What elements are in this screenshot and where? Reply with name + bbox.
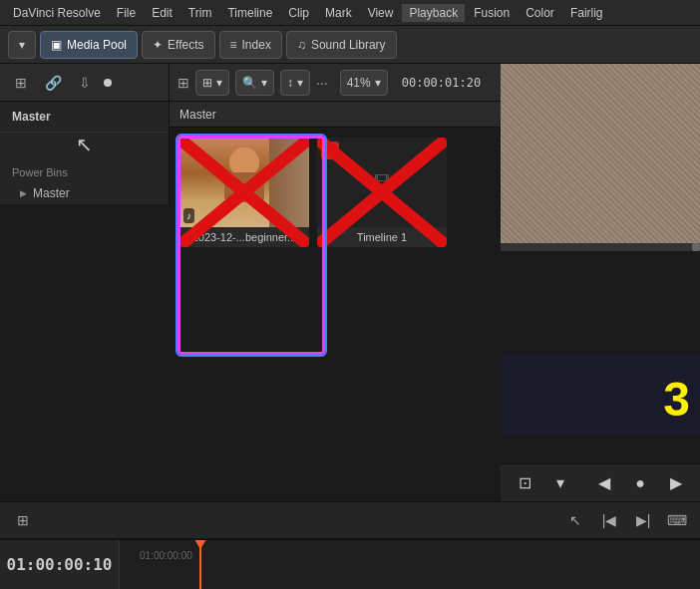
dropdown-btn[interactable]: ▾ xyxy=(8,31,36,59)
menu-fairlig[interactable]: Fairlig xyxy=(563,4,610,22)
select-tool-btn[interactable]: ↖ xyxy=(562,507,588,533)
more-btn[interactable]: ··· xyxy=(316,70,328,96)
effects-btn[interactable]: ✦ Effects xyxy=(142,31,214,59)
menu-fusion[interactable]: Fusion xyxy=(467,4,517,22)
playback-controls-icon[interactable]: ⊡ xyxy=(511,469,538,497)
clip-card-video[interactable]: ♪ 2023-12-...beginner... xyxy=(179,138,309,247)
clip-thumb-video: ♪ xyxy=(179,138,309,227)
tag-btn[interactable]: ⇩ xyxy=(72,70,98,96)
play-dropdown[interactable]: ▾ xyxy=(546,469,574,497)
menu-playback[interactable]: Playback xyxy=(402,4,465,22)
clip-thumb-timeline: ✓ 🎞 xyxy=(317,138,447,227)
left-sidebar: ⊞ 🔗 ⇩ Master ↖ Power Bins ▶ Master xyxy=(0,64,170,501)
power-bins-label: Power Bins xyxy=(0,156,169,182)
timeline-ruler[interactable]: 01:00:00:00 xyxy=(120,540,700,589)
media-grid: ♪ 2023-12-...beginner... xyxy=(170,128,501,257)
playhead[interactable] xyxy=(199,540,201,589)
menu-file[interactable]: File xyxy=(110,4,143,22)
media-grid-area[interactable]: ♪ 2023-12-...beginner... xyxy=(170,128,501,501)
menu-color[interactable]: Color xyxy=(519,4,561,22)
media-pool-icon: ▣ xyxy=(51,38,62,52)
effects-icon: ✦ xyxy=(153,38,163,52)
active-indicator xyxy=(104,79,112,87)
menu-davinci[interactable]: DaVinci Resolve xyxy=(6,4,108,22)
timeline-thumbnail: ✓ 🎞 xyxy=(317,138,447,227)
yellow-number: 3 xyxy=(663,376,690,424)
right-panel: 3 ⊡ ▾ ◀ ● ▶ xyxy=(501,64,700,501)
content-toolbar: ⊞ ⊞ ▾ 🔍 ▾ ↕ ▾ ··· 41% ▾ xyxy=(170,64,501,102)
menu-clip[interactable]: Clip xyxy=(281,4,316,22)
effects-label: Effects xyxy=(168,38,203,52)
right-bottom-content: 3 xyxy=(501,354,700,434)
search-icon: 🔍 xyxy=(242,76,257,90)
trim-start-btn[interactable]: |◀ xyxy=(596,507,622,533)
menu-trim[interactable]: Trim xyxy=(181,4,219,22)
menu-view[interactable]: View xyxy=(361,4,401,22)
right-playback-area: ⊡ ▾ ◀ ● ▶ xyxy=(501,463,700,501)
zoom-value: 41% xyxy=(347,76,371,90)
cursor-area: ↖ xyxy=(0,133,169,156)
dot-btn[interactable]: ● xyxy=(626,469,654,497)
clip-label-timeline: Timeline 1 xyxy=(317,227,447,247)
sort-icon: ↕ xyxy=(287,76,293,90)
zoom-chevron: ▾ xyxy=(375,76,381,90)
menu-bar: DaVinci Resolve File Edit Trim Timeline … xyxy=(0,0,700,26)
timeline-time-display: 01:00:00:10 xyxy=(0,540,120,589)
edit-toolbar: ⊞ ↖ |◀ ▶| ⌨ xyxy=(0,501,700,539)
sound-library-icon: ♫ xyxy=(297,38,306,52)
chevron-icon: ▶ xyxy=(20,188,27,198)
middle-row: ⊞ 🔗 ⇩ Master ↖ Power Bins ▶ Master xyxy=(0,64,700,501)
menu-mark[interactable]: Mark xyxy=(318,4,359,22)
grid-view-btn[interactable]: ⊞ xyxy=(8,70,34,96)
search-group[interactable]: 🔍 ▾ xyxy=(235,70,274,96)
sidebar-item-master[interactable]: ▶ Master xyxy=(0,182,169,204)
sidebar-panel: ⊞ 🔗 ⇩ Master ↖ Power Bins ▶ Master xyxy=(0,64,170,204)
timeline-bar: 01:00:00:10 01:00:00:00 xyxy=(0,539,700,589)
sidebar-toolbar: ⊞ 🔗 ⇩ xyxy=(0,64,169,102)
grid-chevron: ▾ xyxy=(216,76,222,90)
media-pool-btn[interactable]: ▣ Media Pool xyxy=(40,31,138,59)
clip-card-timeline[interactable]: ✓ 🎞 Timeline 1 xyxy=(317,138,447,247)
trim-end-btn[interactable]: ▶| xyxy=(630,507,656,533)
playhead-triangle xyxy=(194,540,206,549)
check-icon: ✓ xyxy=(321,142,339,159)
app-window: DaVinci Resolve File Edit Trim Timeline … xyxy=(0,0,700,589)
sound-library-label: Sound Library xyxy=(311,38,386,52)
media-pool-label: Media Pool xyxy=(67,38,127,52)
search-chevron: ▾ xyxy=(261,76,267,90)
storyboard-btn[interactable]: ⊞ xyxy=(10,507,36,533)
link-btn[interactable]: 🔗 xyxy=(40,70,66,96)
sort-group[interactable]: ↕ ▾ xyxy=(280,70,310,96)
right-scrollbar[interactable] xyxy=(501,243,700,251)
center-column: ⊞ ⊞ ▾ 🔍 ▾ ↕ ▾ ··· 41% ▾ xyxy=(170,64,501,501)
face-thumbnail xyxy=(179,138,309,227)
next-frame-btn[interactable]: ▶ xyxy=(662,469,690,497)
menu-edit[interactable]: Edit xyxy=(145,4,179,22)
prev-frame-btn[interactable]: ◀ xyxy=(590,469,618,497)
timecode-display: 00:00:01:20 xyxy=(394,76,489,90)
sound-library-btn[interactable]: ♫ Sound Library xyxy=(286,31,397,59)
master-label: Master xyxy=(33,186,70,200)
keyboard-btn[interactable]: ⌨ xyxy=(664,507,690,533)
index-icon: ≡ xyxy=(230,38,237,52)
index-label: Index xyxy=(242,38,271,52)
content-breadcrumb: Master xyxy=(179,108,216,122)
film-icon: 🎞 xyxy=(374,173,390,191)
menu-timeline[interactable]: Timeline xyxy=(220,4,279,22)
right-preview-bottom: 3 xyxy=(501,251,700,463)
grid-icon: ⊞ xyxy=(202,76,212,90)
right-preview-top xyxy=(501,64,700,243)
grid-group[interactable]: ⊞ ▾ xyxy=(195,70,229,96)
scrollbar-thumb xyxy=(692,243,700,251)
sort-chevron: ▾ xyxy=(297,76,303,90)
sidebar-header: Master xyxy=(0,102,169,133)
content-header: Master xyxy=(170,102,501,128)
dropdown-icon: ▾ xyxy=(19,38,25,52)
view-mode-btn[interactable]: ⊞ xyxy=(177,70,189,96)
cursor-icon: ↖ xyxy=(76,133,93,156)
index-btn[interactable]: ≡ Index xyxy=(219,31,282,59)
clip-label-video: 2023-12-...beginner... xyxy=(179,227,309,247)
timeline-tick-0: 01:00:00:00 xyxy=(140,550,192,561)
zoom-group[interactable]: 41% ▾ xyxy=(340,70,388,96)
rock-texture xyxy=(501,64,700,243)
